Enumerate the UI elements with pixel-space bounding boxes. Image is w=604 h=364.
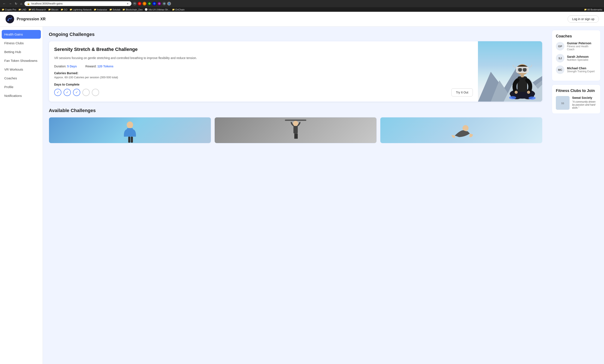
svg-rect-19 [518,68,527,68]
bookmark-vib-ux[interactable]: ⚪Vib-UX (Vibhav Sh... [145,8,170,11]
svg-point-29 [463,125,468,131]
svg-point-1 [8,20,9,21]
coach-name-sj: Sarah Johnson [567,55,589,58]
nav-forward-button[interactable]: → [8,1,13,6]
bookmarks-bar: 📁Crypto Pro 📁LND 📁MS-Research 📁Bitcoin 📁… [0,7,604,12]
svg-rect-28 [296,133,298,139]
sidebar-label-coaches: Coaches [4,76,17,80]
app-body: Health Gains Fitness Clubs Betting Hub F… [0,26,604,364]
days-section: Days to Complete ✓ ✓ ✓ ○ ○ Try It Out [54,83,473,97]
sidebar-item-vr-workouts[interactable]: VR Workouts [0,65,43,74]
svg-point-9 [529,97,536,100]
svg-rect-23 [131,137,133,143]
calories-section: Calories Burned: Approx. 60-100 Calories… [54,72,473,79]
try-it-out-button[interactable]: Try It Out [451,88,473,97]
available-card-2[interactable] [214,117,377,143]
sidebar-item-health-gains[interactable]: Health Gains [2,30,41,39]
coach-item-gp: GP Gunnar Peterson Fitness and Health Co… [556,41,596,51]
bookmark-crypto-pro[interactable]: 📁Crypto Pro [2,8,16,11]
bookmark-onchain[interactable]: 📁OnChain [172,8,185,11]
available-card-3[interactable] [380,117,542,143]
available-card-1[interactable] [49,117,211,143]
available-challenges-title: Available Challenges [49,108,542,113]
bookmark-lightning[interactable]: 📁Lightning Network [70,8,92,11]
header-right: Log in or sign up [568,15,599,23]
login-button[interactable]: Log in or sign up [568,15,599,23]
svg-point-18 [523,68,527,72]
fitness-clubs-title: Fitness Clubs to Join [556,88,596,93]
club-thumb-sweat: SS [556,96,569,110]
svg-point-0 [6,15,14,23]
bookmark-go[interactable]: 📁GO [61,8,67,11]
sidebar-item-coaches[interactable]: Coaches [0,74,43,83]
available-card-3-image [380,117,542,143]
sidebar-label-notifications: Notifications [4,94,22,97]
duration-meta: Duration: 5 Days [54,65,77,68]
bookmark-lnd[interactable]: 📁LND [18,8,26,11]
sidebar-item-fan-token[interactable]: Fan Token Showdowns [0,56,43,65]
available-card-1-image [49,117,211,143]
sidebar-item-profile[interactable]: Profile [0,83,43,91]
sidebar-label-fitness-clubs: Fitness Clubs [4,41,24,45]
nav-back-button[interactable]: ← [2,1,7,6]
sidebar-label-health-gains: Health Gains [4,33,23,36]
browser-chrome: ← → ↻ ⌂ 🔒 localhost:3000/health-gains ★ … [0,0,604,7]
coach-avatar-mc: MC [556,65,564,74]
club-thumb-placeholder: SS [556,96,569,110]
ongoing-challenge-card: Serenity Stretch & Breathe Challenge VR … [49,41,542,102]
url-display: localhost:3000/health-gains [31,2,63,5]
coaches-title: Coaches [556,34,596,38]
coach-info-mc: Michael Chen Strength Training Expert [567,67,595,73]
svg-point-8 [509,96,516,99]
coach-item-mc: MC Michael Chen Strength Training Expert [556,65,596,74]
bookmark-all-bookmarks[interactable]: 📁All Bookmarks [584,8,602,11]
nav-reload-button[interactable]: ↻ [14,1,18,6]
calories-title: Calories Burned: [54,72,473,75]
day-2-circle: ✓ [63,89,71,96]
coach-role-sj: Nutrition Specialist [567,58,589,61]
main-content: Ongoing Challenges Serenity Stretch & Br… [43,26,548,364]
svg-point-25 [293,121,298,126]
coach-role-mc: Strength Training Expert [567,70,595,73]
coach-name-gp: Gunnar Peterson [567,41,596,45]
reward-value: 120 Tokens [97,65,113,68]
day-3-circle: ✓ [73,89,80,96]
club-quote-sweat: "A community driven by passion and hard … [572,100,596,109]
app-header: Progression XR Log in or sign up [0,12,604,26]
sidebar-label-vr-workouts: VR Workouts [4,68,23,71]
days-row: ✓ ✓ ✓ ○ ○ Try It Out [54,88,473,97]
bookmark-ms-research[interactable]: 📁MS-Research [28,8,46,11]
coach-info-gp: Gunnar Peterson Fitness and Health Coach [567,41,596,51]
ongoing-challenges-title: Ongoing Challenges [49,32,542,37]
challenge-description: VR sessions focusing on gentle stretchin… [54,56,473,60]
browser-nav-buttons: ← → ↻ ⌂ [2,1,23,6]
logo-icon [5,14,14,24]
day-4-circle: ○ [82,89,90,96]
sidebar-item-notifications[interactable]: Notifications [0,91,43,100]
svg-point-11 [515,91,518,94]
app-title: Progression XR [17,17,46,21]
coach-name-mc: Michael Chen [567,67,595,70]
duration-label: Duration: [54,65,66,68]
sidebar-label-betting-hub: Betting Hub [4,50,21,54]
club-info-sweat: Sweat Society "A community driven by pas… [572,96,596,109]
svg-rect-21 [127,128,133,137]
sidebar-item-betting-hub[interactable]: Betting Hub [0,48,43,56]
bookmark-blockchain-dev[interactable]: 📁Blockchain_Dev [122,8,143,11]
club-item-sweat-society: SS Sweat Society "A community driven by … [556,96,596,110]
bookmark-solulab[interactable]: 📁Solulab [109,8,121,11]
address-bar[interactable]: 🔒 localhost:3000/health-gains ★ [25,1,131,6]
nav-home-button[interactable]: ⌂ [19,1,23,6]
sidebar-item-fitness-clubs[interactable]: Fitness Clubs [0,39,43,48]
calories-text: Approx. 60-100 Calories per session (300… [54,76,473,79]
challenge-meta: Duration: 5 Days Reward: 120 Tokens [54,65,473,68]
bookmark-bitcoin[interactable]: 📁Bitcoin [48,8,58,11]
svg-rect-10 [517,76,527,92]
svg-rect-26 [293,126,298,133]
challenge-image [478,41,542,102]
bookmark-instaraise[interactable]: 📁Instaraise [94,8,107,11]
duration-value: 5 Days [67,65,77,68]
day-5-circle: ○ [92,89,99,96]
svg-point-17 [518,68,522,72]
club-name-sweat: Sweat Society [572,96,596,99]
